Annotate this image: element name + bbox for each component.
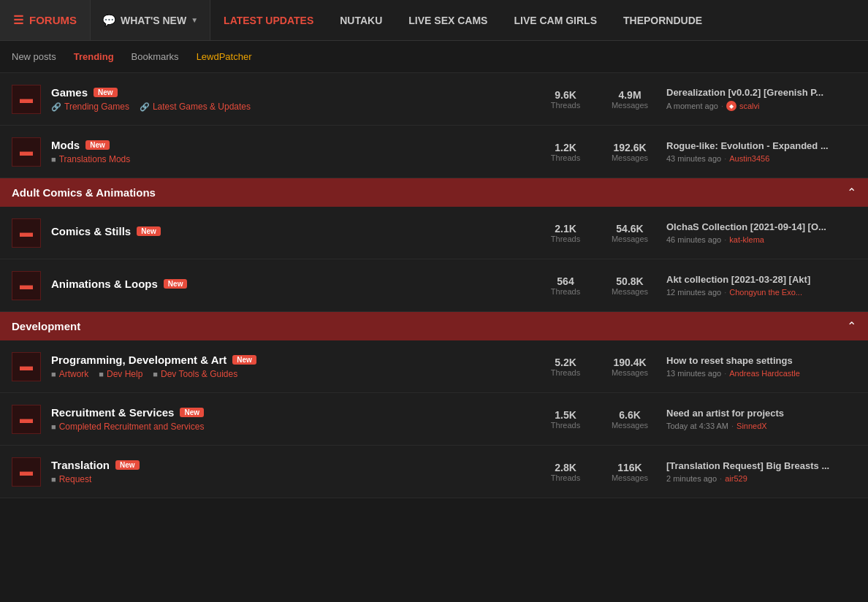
translation-title[interactable]: Translation xyxy=(51,459,110,471)
comics-stats: 2.1K Threads 54.6K Messages xyxy=(544,223,652,243)
mods-forum-row: ▬ Mods New ■ Translations Mods 1.2K Thre… xyxy=(0,126,868,178)
dev-section-header[interactable]: Development ⌃ xyxy=(0,312,868,340)
animations-badge: New xyxy=(164,279,188,289)
translations-mods-link[interactable]: ■ Translations Mods xyxy=(51,154,130,164)
translation-latest: [Translation Request] Big Breasts ... 2 … xyxy=(666,460,856,483)
translation-messages: 116K xyxy=(608,462,652,473)
games-latest-user[interactable]: scalvi xyxy=(739,102,760,110)
comics-section: Adult Comics & Animations ⌃ ▬ Comics & S… xyxy=(0,178,868,312)
games-stats: 9.6K Threads 4.9M Messages xyxy=(544,89,652,110)
trending-games-link[interactable]: 🔗 Trending Games xyxy=(51,102,129,112)
animations-stats: 564 Threads 50.8K Messages xyxy=(544,275,652,296)
animations-latest-title[interactable]: Akt collection [2021-03-28] [Akt] xyxy=(666,274,856,285)
artwork-link[interactable]: ■ Artwork xyxy=(51,369,88,379)
animations-messages: 50.8K xyxy=(608,275,652,287)
devhelp-link[interactable]: ■ Dev Help xyxy=(99,369,142,379)
games-threads: 9.6K xyxy=(544,89,587,101)
subnav-bookmarks[interactable]: Bookmarks xyxy=(132,51,179,62)
recruitment-info: Recruitment & Services New ■ Completed R… xyxy=(51,406,544,432)
translation-latest-title[interactable]: [Translation Request] Big Breasts ... xyxy=(666,460,856,471)
games-latest: Derealization [v0.0.2] [Greenish P... A … xyxy=(666,87,856,111)
forums-nav-item[interactable]: ☰ FORUMS xyxy=(0,0,91,40)
mods-latest-user[interactable]: Austin3456 xyxy=(729,154,769,163)
dev-section-title: Development xyxy=(12,320,80,332)
mods-title[interactable]: Mods xyxy=(51,139,80,151)
animations-info: Animations & Loops New xyxy=(51,278,544,293)
recruitment-messages: 6.6K xyxy=(608,409,652,421)
comics-info: Comics & Stills New xyxy=(51,225,544,240)
subnav-trending[interactable]: Trending xyxy=(74,51,114,62)
comics-latest-title[interactable]: OlchaS Collection [2021-09-14] [O... xyxy=(666,221,856,232)
mods-stats: 1.2K Threads 192.6K Messages xyxy=(544,142,652,162)
comics-latest-time: 46 minutes ago xyxy=(666,235,721,244)
comics-threads: 2.1K xyxy=(544,223,587,235)
programming-latest-user[interactable]: Andreas Hardcastle xyxy=(729,369,800,378)
comics-latest: OlchaS Collection [2021-09-14] [O... 46 … xyxy=(666,221,856,244)
programming-latest-title[interactable]: How to reset shape settings xyxy=(666,355,856,366)
latest-nav-item[interactable]: LATEST UPDATES xyxy=(210,0,327,40)
livecam-label: LIVE CAM GIRLS xyxy=(514,15,597,26)
games-icon: ▬ xyxy=(12,85,41,114)
mods-latest-time: 43 minutes ago xyxy=(666,154,721,163)
nutaku-nav-item[interactable]: NUTAKU xyxy=(327,0,395,40)
games-threads-label: Threads xyxy=(544,101,587,110)
programming-threads: 5.2K xyxy=(544,357,587,368)
comics-section-title: Adult Comics & Animations xyxy=(12,186,156,199)
dev-chevron-icon: ⌃ xyxy=(847,319,856,333)
programming-title[interactable]: Programming, Development & Art xyxy=(51,354,226,366)
translation-stats: 2.8K Threads 116K Messages xyxy=(544,462,652,482)
devtools-link[interactable]: ■ Dev Tools & Guides xyxy=(153,369,237,379)
completed-recruitment-link[interactable]: ■ Completed Recruitment and Services xyxy=(51,422,204,432)
animations-forum-row: ▬ Animations & Loops New 564 Threads 50.… xyxy=(0,259,868,312)
whatsnew-nav-item[interactable]: 💬 WHAT'S NEW ▼ xyxy=(91,0,210,40)
games-latest-title[interactable]: Derealization [v0.0.2] [Greenish P... xyxy=(666,87,856,98)
programming-stats: 5.2K Threads 190.4K Messages xyxy=(544,357,652,377)
recruitment-stats: 1.5K Threads 6.6K Messages xyxy=(544,409,652,430)
latest-games-link[interactable]: 🔗 Latest Games & Updates xyxy=(140,102,251,112)
recruitment-latest: Need an artist for projects Today at 4:3… xyxy=(666,408,856,430)
recruitment-threads: 1.5K xyxy=(544,409,587,421)
livecam-nav-item[interactable]: LIVE CAM GIRLS xyxy=(500,0,610,40)
translation-badge: New xyxy=(115,460,140,470)
animations-icon: ▬ xyxy=(12,271,41,300)
games-latest-time: A moment ago xyxy=(666,102,718,110)
comics-icon: ▬ xyxy=(12,218,41,248)
translation-request-link[interactable]: ■ Request xyxy=(51,474,91,484)
mods-info: Mods New ■ Translations Mods xyxy=(51,139,544,164)
translation-latest-user[interactable]: air529 xyxy=(725,474,747,483)
comics-title[interactable]: Comics & Stills xyxy=(51,225,131,237)
mods-threads: 1.2K xyxy=(544,142,587,153)
porndude-nav-item[interactable]: THEPORNDUDE xyxy=(610,0,715,40)
games-title[interactable]: Games xyxy=(51,86,88,99)
subnav-newposts[interactable]: New posts xyxy=(12,51,56,62)
comics-badge: New xyxy=(137,226,161,236)
animations-latest-user[interactable]: Chongyun the Exo... xyxy=(729,288,802,297)
forums-icon: ☰ xyxy=(13,13,23,27)
recruitment-title[interactable]: Recruitment & Services xyxy=(51,406,174,419)
programming-messages: 190.4K xyxy=(608,357,652,368)
porndude-label: THEPORNDUDE xyxy=(623,15,702,26)
livesex-nav-item[interactable]: LIVE SEX CAMS xyxy=(395,0,500,40)
recruitment-forum-row: ▬ Recruitment & Services New ■ Completed… xyxy=(0,393,868,446)
mods-latest: Rogue-like: Evolution - Expanded ... 43 … xyxy=(666,140,856,163)
mods-latest-title[interactable]: Rogue-like: Evolution - Expanded ... xyxy=(666,140,856,151)
translation-latest-time: 2 minutes ago xyxy=(666,474,717,483)
games-forum-row: ▬ Games New 🔗 Trending Games 🔗 Latest Ga… xyxy=(0,73,868,126)
mods-icon: ▬ xyxy=(12,137,41,167)
programming-badge: New xyxy=(232,355,256,365)
dev-section: Development ⌃ ▬ Programming, Development… xyxy=(0,312,868,498)
recruitment-latest-user[interactable]: SinnedX xyxy=(736,422,767,430)
animations-title[interactable]: Animations & Loops xyxy=(51,278,158,290)
comics-section-header[interactable]: Adult Comics & Animations ⌃ xyxy=(0,178,868,207)
recruitment-latest-time: Today at 4:33 AM xyxy=(666,422,728,430)
forums-label: FORUMS xyxy=(29,14,77,26)
programming-latest-time: 13 minutes ago xyxy=(666,369,721,378)
comics-chevron-icon: ⌃ xyxy=(847,186,856,199)
comics-latest-user[interactable]: kat-klema xyxy=(729,235,764,244)
translation-info: Translation New ■ Request xyxy=(51,459,544,484)
recruitment-latest-title[interactable]: Need an artist for projects xyxy=(666,408,856,419)
comment-icon: 💬 xyxy=(102,14,116,27)
mods-messages: 192.6K xyxy=(608,142,652,153)
subnav-lewdpatcher[interactable]: LewdPatcher xyxy=(197,51,252,62)
programming-icon: ▬ xyxy=(12,352,41,381)
